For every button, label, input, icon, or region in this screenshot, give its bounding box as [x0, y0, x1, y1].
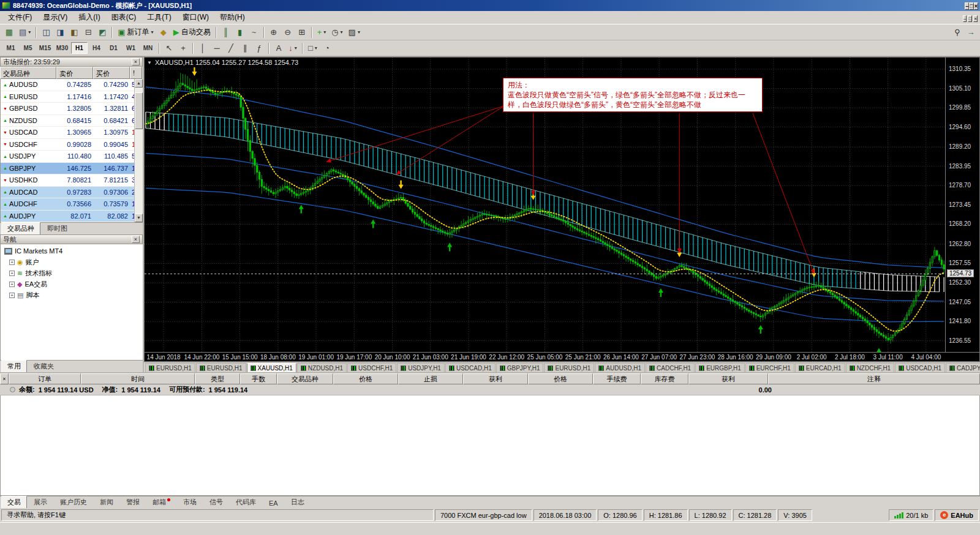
market-watch-column-header[interactable]: 交易品种: [0, 67, 56, 79]
cursor-button[interactable]: ↖: [162, 42, 176, 55]
chart-tab[interactable]: EURGBP,H1: [695, 363, 745, 372]
chart-tab[interactable]: USDJPY,H1: [397, 363, 445, 372]
menu-item-5[interactable]: 窗口(W): [177, 10, 214, 24]
market-watch-row[interactable]: ▲GBPJPY146.725146.73712: [1, 163, 143, 175]
market-watch-row[interactable]: ▼USDCAD1.309651.3097510: [1, 127, 143, 139]
menu-item-4[interactable]: 工具(T): [141, 10, 176, 24]
arrows-tool-button[interactable]: ↓▾: [286, 42, 300, 55]
cycle-lines-button[interactable]: ◔: [320, 42, 334, 55]
timeframe-mn[interactable]: MN: [140, 42, 156, 54]
terminal-tab[interactable]: 代码库: [230, 496, 262, 508]
chart-tab[interactable]: AUDUSD,H1: [595, 363, 645, 372]
tree-item[interactable]: +▤脚本: [1, 290, 143, 301]
terminal-tab[interactable]: 账户历史: [54, 496, 93, 508]
chart-menu-icon[interactable]: ▼: [147, 60, 152, 65]
terminal-tab[interactable]: 展示: [28, 496, 53, 508]
crosshair-button[interactable]: +: [176, 42, 190, 55]
timeframe-d1[interactable]: D1: [105, 42, 122, 54]
horizontal-line-button[interactable]: ─: [210, 42, 224, 55]
navigator-tab[interactable]: 常用: [1, 360, 27, 372]
chart-tab[interactable]: NZDUSD,H1: [297, 363, 347, 372]
chart-bars-button[interactable]: ║: [219, 26, 233, 39]
shapes-button[interactable]: □▾: [306, 42, 320, 55]
close-button[interactable]: ×: [974, 2, 978, 10]
terminal-column-header[interactable]: 手续费: [593, 373, 641, 384]
market-watch-toggle-button[interactable]: ◫: [39, 26, 53, 39]
channel-button[interactable]: ∥: [238, 42, 252, 55]
maximize-button[interactable]: □: [969, 2, 973, 10]
timeframe-h1[interactable]: H1: [71, 42, 88, 54]
zoom-out-button[interactable]: ⊖: [281, 26, 295, 39]
metaeditor-button[interactable]: ◆: [157, 26, 170, 39]
autotrading-button[interactable]: ▶自动交易: [171, 26, 213, 39]
market-watch-close-icon[interactable]: ×: [132, 58, 140, 65]
expand-plus-icon[interactable]: +: [9, 282, 15, 287]
chart-tab[interactable]: XAUUSD,H1: [247, 363, 296, 372]
tree-item[interactable]: +≋技术指标: [1, 268, 143, 279]
timeframe-h4[interactable]: H4: [88, 42, 105, 54]
price-scale[interactable]: 1310.351305.101299.851294.601289.201283.…: [945, 58, 979, 352]
timeframe-m1[interactable]: M1: [2, 42, 19, 54]
text-label-button[interactable]: A: [272, 42, 285, 55]
scrollbar-up-button[interactable]: ▲: [135, 79, 143, 88]
scrollbar-thumb[interactable]: [135, 92, 143, 129]
terminal-tab[interactable]: 邮箱: [146, 496, 176, 508]
terminal-column-header[interactable]: 获利: [463, 373, 528, 384]
market-watch-column-header[interactable]: 买价: [93, 67, 130, 79]
navigator-tab[interactable]: 收藏夹: [28, 360, 60, 372]
terminal-close-button[interactable]: ×: [0, 373, 9, 384]
strategy-tester-button[interactable]: ◩: [96, 26, 109, 39]
menu-item-1[interactable]: 显示(V): [37, 10, 73, 24]
toolbar-next-button[interactable]: →: [964, 26, 978, 39]
terminal-tab[interactable]: 信号: [203, 496, 229, 508]
terminal-column-header[interactable]: 价格: [333, 373, 398, 384]
market-watch-row[interactable]: ▲EURUSD1.174161.174204: [1, 91, 143, 103]
chart-tab[interactable]: USDCAD,H1: [445, 363, 496, 372]
menu-item-0[interactable]: 文件(F): [2, 10, 37, 24]
terminal-column-header[interactable]: 价格: [528, 373, 593, 384]
chart-tab[interactable]: NZDCHF,H1: [846, 363, 895, 372]
terminal-toggle-button[interactable]: ⊟: [81, 26, 95, 39]
terminal-column-header[interactable]: 注释: [768, 373, 980, 384]
market-watch-tab[interactable]: 交易品种: [1, 222, 40, 234]
time-axis[interactable]: 14 Jun 201814 Jun 22:0015 Jun 15:0018 Ju…: [145, 352, 979, 361]
timeframe-w1[interactable]: W1: [123, 42, 139, 54]
terminal-tab[interactable]: EA: [263, 498, 284, 508]
toolbar-search-button[interactable]: ⚲: [951, 26, 964, 39]
terminal-tab[interactable]: 新闻: [94, 496, 119, 508]
terminal-column-header[interactable]: 库存费: [641, 373, 688, 384]
market-watch-column-header[interactable]: !: [130, 67, 142, 79]
chart-close-button[interactable]: ×: [973, 15, 978, 22]
trendline-button[interactable]: ╱: [224, 42, 238, 55]
menu-item-2[interactable]: 插入(I): [73, 10, 105, 24]
profiles-button[interactable]: ▤▾: [17, 26, 33, 39]
chart-tab[interactable]: CADCHF,H1: [646, 363, 695, 372]
terminal-column-header[interactable]: 止损: [398, 373, 463, 384]
chart-tab[interactable]: EURCHF,H1: [745, 363, 794, 372]
market-watch-row[interactable]: ▲AUDUSD0.742850.742905: [1, 79, 143, 91]
menu-item-3[interactable]: 图表(C): [106, 10, 142, 24]
navigator-close-icon[interactable]: ×: [132, 236, 140, 243]
chart-tab[interactable]: EURUSD,H1: [544, 363, 594, 372]
chart-tab[interactable]: USDCAD,H1: [895, 363, 945, 372]
tree-item[interactable]: +◉账户: [1, 256, 143, 268]
chart-tab[interactable]: EURUSD,H1: [145, 363, 195, 372]
chart-candles-button[interactable]: ▮: [233, 26, 247, 39]
timeframe-m5[interactable]: M5: [20, 42, 36, 54]
market-watch-row[interactable]: ▼USDHKD7.808217.81215394: [1, 174, 143, 187]
indicators-button[interactable]: +▾: [315, 26, 329, 39]
terminal-column-header[interactable]: 类型: [195, 373, 240, 384]
terminal-tab[interactable]: 警报: [120, 496, 146, 508]
expand-plus-icon[interactable]: +: [9, 260, 15, 265]
market-watch-row[interactable]: ▲AUDCHF0.735660.7357913: [1, 198, 143, 211]
tree-item[interactable]: +◆EA交易: [1, 279, 143, 290]
market-watch-row[interactable]: ▼GBPUSD1.328051.328116: [1, 103, 143, 115]
terminal-column-header[interactable]: 获利: [688, 373, 768, 384]
terminal-column-header[interactable]: 交易品种: [277, 373, 333, 384]
chart-tab[interactable]: EURCAD,H1: [795, 363, 845, 372]
new-order-button[interactable]: ▣新订单▾: [115, 26, 156, 39]
expand-plus-icon[interactable]: +: [9, 293, 15, 298]
data-window-button[interactable]: ◨: [53, 26, 67, 39]
fibonacci-button[interactable]: ƒ: [252, 42, 266, 55]
terminal-tab[interactable]: 日志: [285, 496, 311, 508]
